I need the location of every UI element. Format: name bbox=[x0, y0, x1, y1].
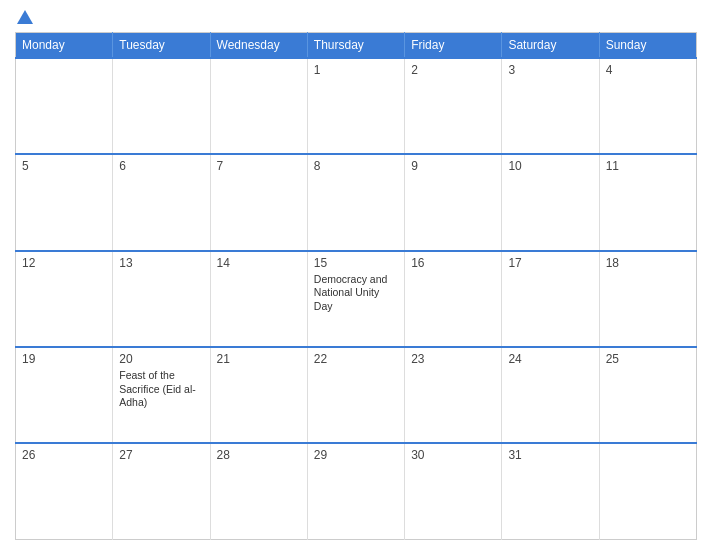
calendar-cell: 22 bbox=[307, 347, 404, 443]
calendar-cell: 11 bbox=[599, 154, 696, 250]
calendar-cell: 29 bbox=[307, 443, 404, 539]
calendar-cell: 20Feast of the Sacrifice (Eid al-Adha) bbox=[113, 347, 210, 443]
day-number: 31 bbox=[508, 448, 592, 462]
day-number: 12 bbox=[22, 256, 106, 270]
day-number: 1 bbox=[314, 63, 398, 77]
calendar-week-row: 262728293031 bbox=[16, 443, 697, 539]
calendar-cell: 12 bbox=[16, 251, 113, 347]
calendar-cell: 16 bbox=[405, 251, 502, 347]
day-number: 26 bbox=[22, 448, 106, 462]
day-number: 16 bbox=[411, 256, 495, 270]
day-number: 25 bbox=[606, 352, 690, 366]
calendar-weekday-monday: Monday bbox=[16, 33, 113, 59]
calendar-week-row: 12131415Democracy and National Unity Day… bbox=[16, 251, 697, 347]
calendar-cell: 14 bbox=[210, 251, 307, 347]
calendar-weekday-thursday: Thursday bbox=[307, 33, 404, 59]
header bbox=[15, 10, 697, 24]
calendar-cell bbox=[210, 58, 307, 154]
day-number: 27 bbox=[119, 448, 203, 462]
day-number: 19 bbox=[22, 352, 106, 366]
day-number: 20 bbox=[119, 352, 203, 366]
calendar-cell: 10 bbox=[502, 154, 599, 250]
calendar-cell: 5 bbox=[16, 154, 113, 250]
day-number: 7 bbox=[217, 159, 301, 173]
calendar-cell: 23 bbox=[405, 347, 502, 443]
calendar-week-row: 567891011 bbox=[16, 154, 697, 250]
calendar-container: MondayTuesdayWednesdayThursdayFridaySatu… bbox=[0, 0, 712, 550]
calendar-cell: 19 bbox=[16, 347, 113, 443]
calendar-event: Democracy and National Unity Day bbox=[314, 273, 398, 314]
calendar-week-row: 1920Feast of the Sacrifice (Eid al-Adha)… bbox=[16, 347, 697, 443]
logo-triangle-icon bbox=[17, 10, 33, 24]
calendar-cell: 7 bbox=[210, 154, 307, 250]
calendar-cell: 17 bbox=[502, 251, 599, 347]
calendar-cell: 25 bbox=[599, 347, 696, 443]
calendar-cell: 9 bbox=[405, 154, 502, 250]
day-number: 3 bbox=[508, 63, 592, 77]
day-number: 17 bbox=[508, 256, 592, 270]
calendar-cell: 3 bbox=[502, 58, 599, 154]
calendar-weekday-tuesday: Tuesday bbox=[113, 33, 210, 59]
day-number: 6 bbox=[119, 159, 203, 173]
calendar-week-row: 1234 bbox=[16, 58, 697, 154]
day-number: 28 bbox=[217, 448, 301, 462]
calendar-weekday-sunday: Sunday bbox=[599, 33, 696, 59]
day-number: 5 bbox=[22, 159, 106, 173]
calendar-cell bbox=[16, 58, 113, 154]
day-number: 9 bbox=[411, 159, 495, 173]
calendar-event: Feast of the Sacrifice (Eid al-Adha) bbox=[119, 369, 203, 410]
calendar-cell: 6 bbox=[113, 154, 210, 250]
calendar-cell: 24 bbox=[502, 347, 599, 443]
day-number: 14 bbox=[217, 256, 301, 270]
day-number: 11 bbox=[606, 159, 690, 173]
day-number: 4 bbox=[606, 63, 690, 77]
calendar-cell bbox=[113, 58, 210, 154]
calendar-cell: 2 bbox=[405, 58, 502, 154]
calendar-cell: 13 bbox=[113, 251, 210, 347]
calendar-cell: 26 bbox=[16, 443, 113, 539]
calendar-cell bbox=[599, 443, 696, 539]
day-number: 24 bbox=[508, 352, 592, 366]
calendar-cell: 4 bbox=[599, 58, 696, 154]
day-number: 15 bbox=[314, 256, 398, 270]
logo bbox=[15, 10, 35, 24]
calendar-cell: 31 bbox=[502, 443, 599, 539]
day-number: 29 bbox=[314, 448, 398, 462]
calendar-cell: 8 bbox=[307, 154, 404, 250]
calendar-header-row: MondayTuesdayWednesdayThursdayFridaySatu… bbox=[16, 33, 697, 59]
calendar-cell: 15Democracy and National Unity Day bbox=[307, 251, 404, 347]
calendar-cell: 28 bbox=[210, 443, 307, 539]
day-number: 30 bbox=[411, 448, 495, 462]
calendar-cell: 1 bbox=[307, 58, 404, 154]
day-number: 23 bbox=[411, 352, 495, 366]
calendar-table: MondayTuesdayWednesdayThursdayFridaySatu… bbox=[15, 32, 697, 540]
day-number: 18 bbox=[606, 256, 690, 270]
day-number: 21 bbox=[217, 352, 301, 366]
calendar-cell: 21 bbox=[210, 347, 307, 443]
day-number: 22 bbox=[314, 352, 398, 366]
day-number: 10 bbox=[508, 159, 592, 173]
calendar-cell: 18 bbox=[599, 251, 696, 347]
calendar-weekday-friday: Friday bbox=[405, 33, 502, 59]
calendar-weekday-wednesday: Wednesday bbox=[210, 33, 307, 59]
calendar-cell: 27 bbox=[113, 443, 210, 539]
day-number: 13 bbox=[119, 256, 203, 270]
calendar-cell: 30 bbox=[405, 443, 502, 539]
calendar-weekday-saturday: Saturday bbox=[502, 33, 599, 59]
day-number: 8 bbox=[314, 159, 398, 173]
day-number: 2 bbox=[411, 63, 495, 77]
